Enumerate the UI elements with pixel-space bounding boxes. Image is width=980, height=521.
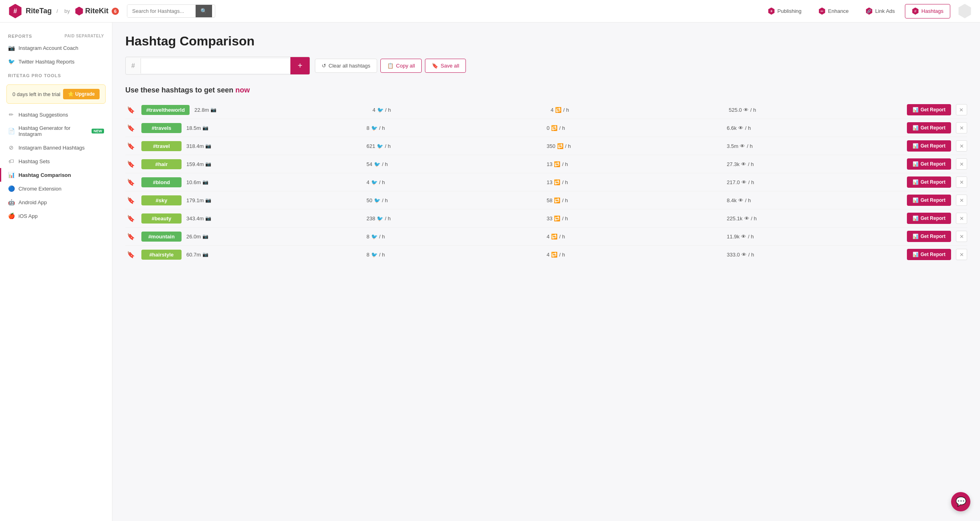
get-report-button[interactable]: 📊 Get Report bbox=[907, 195, 951, 206]
clear-all-button[interactable]: ↺ Clear all hashtags bbox=[315, 59, 377, 73]
bookmark-icon[interactable]: 🔖 bbox=[125, 195, 137, 206]
get-report-button[interactable]: 📊 Get Report bbox=[907, 231, 951, 242]
remove-hashtag-button[interactable]: ✕ bbox=[956, 249, 967, 260]
chart-icon: 📊 bbox=[913, 161, 919, 167]
save-icon: 🔖 bbox=[432, 63, 438, 69]
get-report-button[interactable]: 📊 Get Report bbox=[907, 158, 951, 170]
hashtag-badge[interactable]: #blond bbox=[141, 177, 182, 187]
sidebar-item-hashtag-suggestions[interactable]: ✏ Hashtag Suggestions bbox=[0, 108, 112, 121]
search-button[interactable]: 🔍 bbox=[196, 5, 212, 17]
sidebar-item-chrome-extension[interactable]: 🔵 Chrome Extension bbox=[0, 182, 112, 195]
sidebar-item-android-app[interactable]: 🤖 Android App bbox=[0, 195, 112, 209]
twitter-hashtag-icon: 🐦 bbox=[8, 58, 14, 65]
twitter-icon: 🐦 bbox=[377, 143, 383, 149]
sidebar-item-chrome-extension-label: Chrome Extension bbox=[18, 186, 61, 192]
stat-tweets: 4 🐦 / h bbox=[373, 107, 546, 113]
bookmark-icon[interactable]: 🔖 bbox=[125, 213, 137, 224]
hashtag-badge[interactable]: #hair bbox=[141, 159, 182, 169]
publishing-icon: ✈ bbox=[768, 8, 775, 15]
stat-retweets: 4 🔁 / h bbox=[547, 234, 722, 240]
tab-enhance[interactable]: ✏ Enhance bbox=[812, 4, 855, 18]
retweet-icon: 🔁 bbox=[554, 215, 560, 222]
bookmark-icon[interactable]: 🔖 bbox=[125, 249, 137, 260]
hashtag-badge[interactable]: #travel bbox=[141, 141, 182, 151]
sidebar-item-instagram-banned[interactable]: ⊘ Instagram Banned Hashtags bbox=[0, 141, 112, 154]
remove-hashtag-button[interactable]: ✕ bbox=[956, 104, 967, 115]
sidebar-item-twitter-hashtag[interactable]: 🐦 Twitter Hashtag Reports bbox=[0, 55, 112, 68]
header-hex-icon[interactable] bbox=[958, 4, 972, 18]
tab-publishing[interactable]: ✈ Publishing bbox=[761, 4, 808, 18]
stat-retweets: 4 🔁 / h bbox=[547, 252, 722, 258]
hashtag-badge[interactable]: #sky bbox=[141, 195, 182, 205]
views-icon: 👁 bbox=[741, 252, 747, 258]
logo-by: by bbox=[64, 8, 70, 14]
stat-views: 27.3k 👁 / h bbox=[727, 161, 902, 167]
twitter-icon: 🐦 bbox=[374, 161, 380, 167]
sidebar-item-hashtag-generator[interactable]: 📄 Hashtag Generator for Instagram NEW bbox=[0, 121, 112, 141]
save-all-button[interactable]: 🔖 Save all bbox=[425, 59, 466, 73]
remove-hashtag-button[interactable]: ✕ bbox=[956, 140, 967, 152]
remove-hashtag-button[interactable]: ✕ bbox=[956, 231, 967, 242]
stat-posts: 26.0m📷 bbox=[186, 234, 362, 240]
upgrade-button[interactable]: ⭐ Upgrade bbox=[63, 89, 100, 99]
get-report-button[interactable]: 📊 Get Report bbox=[907, 249, 951, 260]
sidebar-item-twitter-hashtag-label: Twitter Hashtag Reports bbox=[18, 59, 74, 65]
hashtag-input[interactable] bbox=[141, 59, 290, 73]
logo[interactable]: # RiteTag / by RiteKit 6 bbox=[8, 4, 119, 18]
remove-hashtag-button[interactable]: ✕ bbox=[956, 176, 967, 188]
sidebar-item-hashtag-sets[interactable]: 🏷 Hashtag Sets bbox=[0, 154, 112, 168]
get-report-button[interactable]: 📊 Get Report bbox=[907, 104, 951, 115]
hashtag-sets-icon: 🏷 bbox=[8, 158, 14, 164]
hashtag-badge[interactable]: #mountain bbox=[141, 232, 182, 242]
hashtag-badge[interactable]: #travels bbox=[141, 123, 182, 133]
chart-icon: 📊 bbox=[913, 234, 919, 239]
views-icon: 👁 bbox=[741, 179, 747, 185]
tab-publishing-label: Publishing bbox=[778, 8, 802, 14]
chat-bubble-button[interactable]: 💬 bbox=[951, 492, 970, 511]
logo-name: RiteTag bbox=[26, 7, 52, 15]
sidebar-item-hashtag-comparison[interactable]: 📊 Hashtag Comparison bbox=[0, 168, 112, 182]
get-report-button[interactable]: 📊 Get Report bbox=[907, 176, 951, 188]
bookmark-icon[interactable]: 🔖 bbox=[125, 122, 137, 133]
chart-icon: 📊 bbox=[913, 143, 919, 149]
bookmark-icon[interactable]: 🔖 bbox=[125, 176, 137, 188]
hashtag-badge[interactable]: #beauty bbox=[141, 213, 182, 224]
remove-hashtag-button[interactable]: ✕ bbox=[956, 122, 967, 133]
bookmark-icon[interactable]: 🔖 bbox=[125, 104, 137, 115]
get-report-button[interactable]: 📊 Get Report bbox=[907, 122, 951, 133]
stat-posts: 22.8m📷 bbox=[194, 107, 368, 113]
sidebar-item-ios-app[interactable]: 🍎 iOS App bbox=[0, 209, 112, 223]
chart-icon: 📊 bbox=[913, 252, 919, 257]
chart-icon: 📊 bbox=[913, 197, 919, 203]
views-icon: 👁 bbox=[740, 143, 745, 149]
remove-hashtag-button[interactable]: ✕ bbox=[956, 158, 967, 170]
stat-retweets: 4 🔁 / h bbox=[551, 107, 724, 113]
hashtag-badge[interactable]: #traveltheworld bbox=[141, 105, 190, 115]
bookmark-icon[interactable]: 🔖 bbox=[125, 231, 137, 242]
stat-views: 6.6k 👁 / h bbox=[727, 125, 902, 131]
copy-all-button[interactable]: 📋 Copy all bbox=[380, 59, 422, 73]
tab-hashtags[interactable]: # Hashtags bbox=[905, 4, 950, 18]
logo-hex-icon: # bbox=[8, 4, 22, 18]
get-report-button[interactable]: 📊 Get Report bbox=[907, 140, 951, 152]
bookmark-icon[interactable]: 🔖 bbox=[125, 158, 137, 170]
sidebar-item-instagram-coach-label: Instagram Account Coach bbox=[18, 45, 78, 51]
sidebar-item-ios-app-label: iOS App bbox=[18, 213, 38, 219]
bookmark-icon[interactable]: 🔖 bbox=[125, 140, 137, 152]
stat-posts: 318.4m📷 bbox=[186, 143, 362, 149]
main-content: Hashtag Comparison # + ↺ Clear all hasht… bbox=[112, 23, 980, 521]
remove-hashtag-button[interactable]: ✕ bbox=[956, 195, 967, 206]
hashtag-badge[interactable]: #hairstyle bbox=[141, 250, 182, 260]
tab-link-ads[interactable]: 🔗 Link Ads bbox=[859, 4, 902, 18]
stat-tweets: 8 🐦 / h bbox=[367, 125, 542, 131]
sidebar-item-instagram-banned-label: Instagram Banned Hashtags bbox=[18, 145, 85, 151]
get-report-button[interactable]: 📊 Get Report bbox=[907, 213, 951, 224]
add-hashtag-button[interactable]: + bbox=[290, 57, 310, 74]
stat-retweets: 13 🔁 / h bbox=[547, 179, 722, 185]
stat-views: 8.4k 👁 / h bbox=[727, 197, 902, 203]
remove-hashtag-button[interactable]: ✕ bbox=[956, 213, 967, 224]
pro-tools-section-title: RITETAG PRO TOOLS bbox=[0, 68, 112, 80]
sidebar-item-instagram-coach[interactable]: 📷 Instagram Account Coach bbox=[0, 41, 112, 55]
search-input[interactable] bbox=[127, 5, 196, 17]
sidebar-item-hashtag-generator-label: Hashtag Generator for Instagram bbox=[18, 125, 88, 137]
